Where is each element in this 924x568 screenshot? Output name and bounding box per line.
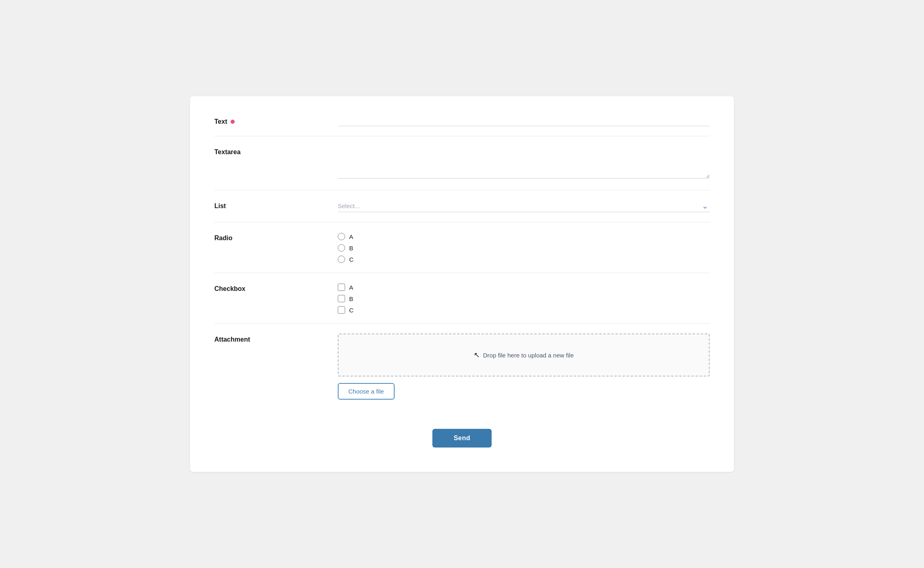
radio-label: Radio: [214, 232, 328, 242]
radio-input-b[interactable]: [338, 244, 345, 252]
select-wrapper: Select... Option A Option B Option C ⌄: [338, 200, 710, 212]
radio-item-b[interactable]: B: [338, 244, 710, 252]
checkbox-label-c[interactable]: C: [349, 307, 354, 314]
text-label: Text: [214, 116, 328, 125]
checkbox-label-a[interactable]: A: [349, 284, 353, 291]
text-field-row: Text: [214, 116, 710, 136]
checkbox-label: Checkbox: [214, 283, 328, 293]
attachment-field-row: Attachment ↖Drop file here to upload a n…: [214, 324, 710, 409]
choose-file-button[interactable]: Choose a file: [338, 383, 395, 400]
drop-zone-text: Drop file here to upload a new file: [483, 352, 574, 359]
radio-label-b[interactable]: B: [349, 245, 353, 252]
radio-item-a[interactable]: A: [338, 233, 710, 240]
send-button[interactable]: Send: [432, 429, 491, 448]
text-label-text: Text: [214, 118, 227, 125]
list-control: Select... Option A Option B Option C ⌄: [328, 200, 710, 212]
textarea-field-row: Textarea: [214, 136, 710, 190]
checkbox-item-b[interactable]: B: [338, 295, 710, 302]
checkbox-input-a[interactable]: [338, 284, 345, 291]
textarea-input[interactable]: [338, 146, 710, 179]
checkbox-label-b[interactable]: B: [349, 295, 353, 302]
list-field-row: List Select... Option A Option B Option …: [214, 190, 710, 222]
cursor-icon: ↖: [474, 351, 480, 359]
radio-control: A B C: [328, 232, 710, 263]
radio-field-row: Radio A B C: [214, 222, 710, 273]
attachment-label: Attachment: [214, 333, 328, 343]
checkbox-input-c[interactable]: [338, 306, 345, 314]
list-label: List: [214, 200, 328, 210]
radio-group: A B C: [338, 232, 710, 263]
checkbox-input-b[interactable]: [338, 295, 345, 302]
send-area: Send: [214, 429, 710, 448]
checkbox-field-row: Checkbox A B C: [214, 273, 710, 324]
radio-item-c[interactable]: C: [338, 256, 710, 263]
textarea-control: [328, 146, 710, 180]
radio-input-a[interactable]: [338, 233, 345, 240]
checkbox-control: A B C: [328, 283, 710, 314]
checkbox-group: A B C: [338, 283, 710, 314]
drop-zone[interactable]: ↖Drop file here to upload a new file: [338, 333, 710, 377]
attachment-control: ↖Drop file here to upload a new file Cho…: [328, 333, 710, 400]
checkbox-item-a[interactable]: A: [338, 284, 710, 291]
checkbox-item-c[interactable]: C: [338, 306, 710, 314]
text-control: [328, 116, 710, 126]
list-select[interactable]: Select... Option A Option B Option C: [338, 200, 710, 212]
required-dot-icon: [231, 120, 235, 124]
radio-label-a[interactable]: A: [349, 233, 353, 240]
textarea-label: Textarea: [214, 146, 328, 156]
text-input[interactable]: [338, 116, 710, 126]
radio-input-c[interactable]: [338, 256, 345, 263]
form-card: Text Textarea List Select... Option A Op…: [190, 96, 734, 472]
radio-label-c[interactable]: C: [349, 256, 354, 263]
